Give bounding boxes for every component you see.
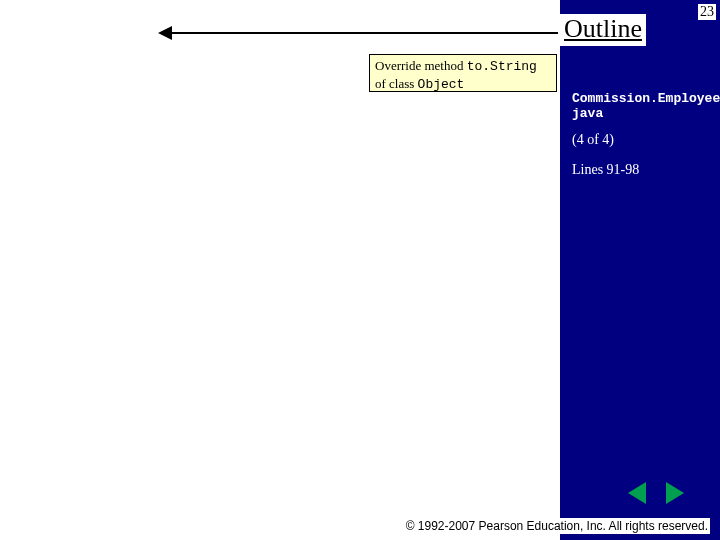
sidebar-bg: [560, 0, 720, 540]
meta-part: (4 of 4): [572, 132, 720, 148]
triangle-left-icon: [628, 482, 646, 504]
callout-code-2: Object: [418, 77, 465, 92]
callout-code-1: to.String: [467, 59, 537, 74]
callout-text-2: of class: [375, 76, 418, 91]
slide: 23 Outline Override method to.String of …: [0, 0, 720, 540]
outline-heading: Outline: [560, 14, 646, 46]
prev-button[interactable]: [628, 482, 650, 504]
callout-arrow-head-icon: [158, 26, 172, 40]
callout-arrow-line: [168, 32, 558, 34]
meta-lines: Lines 91-98: [572, 162, 720, 178]
copyright-footer: © 1992-2007 Pearson Education, Inc. All …: [404, 518, 710, 534]
nav-buttons: [624, 482, 688, 508]
next-button[interactable]: [662, 482, 684, 504]
callout-text-1: Override method: [375, 58, 467, 73]
callout-box: Override method to.String of class Objec…: [369, 54, 557, 92]
page-number: 23: [698, 4, 716, 20]
triangle-right-icon: [666, 482, 684, 504]
meta-filename: Commission.Employee. java: [572, 92, 720, 122]
